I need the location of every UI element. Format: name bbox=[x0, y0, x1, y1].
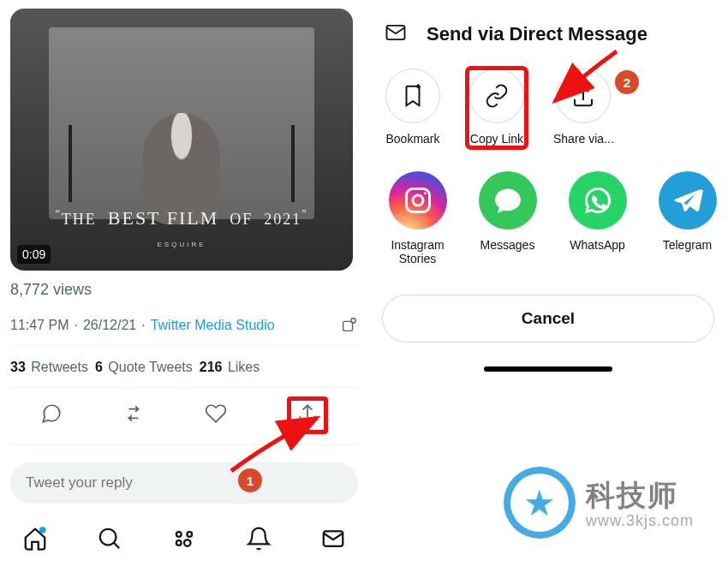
tweet-actions-row bbox=[10, 388, 358, 445]
share-icon[interactable] bbox=[287, 396, 328, 434]
reply-icon[interactable] bbox=[40, 402, 63, 428]
tweet-stats-row: 33 Retweets 6 Quote Tweets 216 Likes bbox=[10, 348, 358, 388]
copy-link-label: Copy Link bbox=[470, 132, 523, 146]
share-via-icon bbox=[570, 83, 596, 109]
svg-rect-0 bbox=[343, 321, 353, 331]
reply-input[interactable] bbox=[10, 462, 358, 503]
svg-point-4 bbox=[176, 532, 182, 537]
instagram-label: Instagram Stories bbox=[385, 238, 450, 265]
share-apps-row: Instagram Stories Messages WhatsApp Tele… bbox=[377, 171, 719, 265]
video-subtitle-overlay: ESQUIRE bbox=[10, 241, 353, 248]
bottom-tab-bar bbox=[10, 522, 358, 558]
tweet-date: 26/12/21 bbox=[83, 318, 136, 333]
messages-icon bbox=[479, 171, 537, 229]
video-scene-prop bbox=[57, 125, 83, 202]
telegram-icon bbox=[659, 171, 717, 229]
telegram-app[interactable]: Telegram bbox=[655, 171, 719, 265]
cancel-button[interactable]: Cancel bbox=[382, 295, 714, 343]
like-icon[interactable] bbox=[205, 402, 227, 428]
svg-point-7 bbox=[184, 539, 191, 546]
bookmark-option[interactable]: Bookmark bbox=[385, 69, 440, 147]
video-duration-badge: 0:09 bbox=[17, 245, 51, 264]
messages-label: Messages bbox=[480, 238, 535, 252]
tweet-meta-row: 11:47 PM · 26/12/21 · Twitter Media Stud… bbox=[10, 316, 358, 348]
messages-app[interactable]: Messages bbox=[475, 171, 540, 265]
instagram-icon bbox=[389, 171, 447, 229]
share-via-label: Share via... bbox=[553, 132, 614, 146]
svg-point-12 bbox=[423, 192, 426, 194]
watermark-title: 科技师 bbox=[586, 476, 694, 515]
quote-tweets-stat[interactable]: 6 Quote Tweets bbox=[95, 360, 193, 375]
share-via-option[interactable]: Share via... bbox=[553, 69, 614, 147]
svg-rect-9 bbox=[387, 26, 405, 39]
whatsapp-app[interactable]: WhatsApp bbox=[565, 171, 630, 265]
svg-point-11 bbox=[413, 195, 423, 206]
link-icon bbox=[484, 83, 510, 109]
instagram-stories-app[interactable]: Instagram Stories bbox=[385, 171, 450, 265]
retweets-stat[interactable]: 33 Retweets bbox=[10, 360, 88, 375]
telegram-label: Telegram bbox=[663, 238, 713, 252]
separator-dot: · bbox=[140, 318, 146, 333]
tweet-source-link[interactable]: Twitter Media Studio bbox=[151, 318, 275, 333]
whatsapp-icon bbox=[569, 171, 627, 229]
svg-point-2 bbox=[39, 527, 46, 533]
video-scene-prop bbox=[280, 125, 306, 202]
views-count[interactable]: 8,772 views bbox=[10, 281, 358, 299]
tweet-time: 11:47 PM bbox=[10, 318, 69, 333]
reply-composer-row bbox=[10, 462, 358, 503]
home-indicator bbox=[484, 366, 612, 372]
likes-stat[interactable]: 216 Likes bbox=[200, 360, 260, 375]
svg-point-1 bbox=[351, 319, 356, 324]
search-tab-icon[interactable] bbox=[97, 526, 122, 555]
bookmark-plus-icon bbox=[400, 83, 426, 109]
bookmark-label: Bookmark bbox=[385, 132, 439, 146]
messages-tab-icon[interactable] bbox=[320, 526, 346, 555]
send-dm-row[interactable]: Send via Direct Message bbox=[377, 17, 719, 69]
copy-link-option[interactable]: Copy Link bbox=[468, 69, 526, 147]
separator-dot: · bbox=[72, 318, 79, 333]
spaces-tab-icon[interactable] bbox=[171, 526, 197, 555]
watermark-logo-icon bbox=[504, 467, 576, 539]
svg-point-5 bbox=[187, 532, 192, 537]
svg-rect-10 bbox=[406, 189, 429, 212]
video-thumbnail[interactable]: “THE BEST FILM OF 2021” ESQUIRE 0:09 bbox=[10, 9, 353, 271]
envelope-icon bbox=[384, 21, 408, 48]
whatsapp-label: WhatsApp bbox=[570, 238, 625, 252]
send-dm-label: Send via Direct Message bbox=[427, 23, 647, 45]
video-title-overlay: “THE BEST FILM OF 2021” bbox=[10, 207, 353, 229]
watermark: 科技师 www.3kjs.com bbox=[504, 467, 694, 539]
watermark-url: www.3kjs.com bbox=[586, 512, 694, 530]
promote-icon[interactable] bbox=[339, 316, 358, 335]
svg-point-3 bbox=[100, 529, 116, 545]
tweet-detail-pane: “THE BEST FILM OF 2021” ESQUIRE 0:09 8,7… bbox=[0, 0, 368, 566]
notifications-tab-icon[interactable] bbox=[246, 526, 272, 555]
retweet-icon[interactable] bbox=[122, 402, 145, 428]
share-options-row: Bookmark Copy Link Share via... bbox=[377, 69, 719, 147]
home-tab-icon[interactable] bbox=[22, 526, 48, 555]
svg-point-6 bbox=[176, 540, 182, 545]
